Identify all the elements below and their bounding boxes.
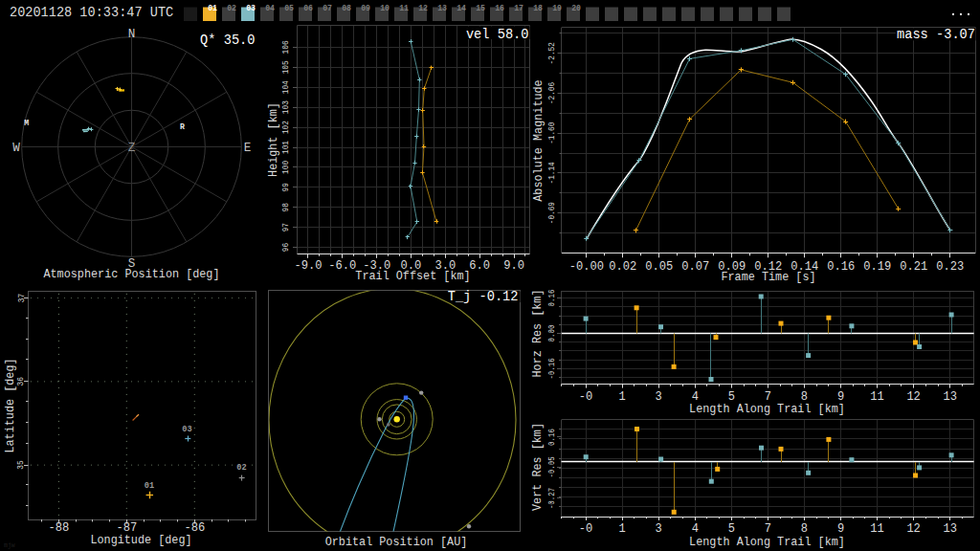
svg-text:mass -3.07: mass -3.07	[897, 27, 975, 42]
svg-text:N: N	[128, 28, 136, 41]
svg-text:-0.05: -0.05	[546, 456, 557, 477]
svg-text:Length Along Trail [km]: Length Along Trail [km]	[689, 535, 845, 549]
svg-text:-88: -88	[49, 521, 70, 535]
svg-text:-0: -0	[579, 390, 593, 404]
svg-text:-2.06: -2.06	[546, 82, 557, 104]
svg-text:1: 1	[619, 390, 626, 404]
svg-text:13: 13	[437, 4, 447, 12]
svg-text:vel 58.0: vel 58.0	[466, 27, 529, 42]
svg-text:12: 12	[906, 390, 921, 404]
svg-text:35: 35	[16, 460, 27, 470]
svg-text:0.23: 0.23	[936, 260, 964, 274]
svg-text:0.07: 0.07	[681, 260, 709, 274]
svg-text:M: M	[24, 119, 29, 127]
svg-text:05: 05	[284, 4, 294, 12]
svg-text:Height [km]: Height [km]	[266, 102, 280, 177]
svg-text:Longitude [deg]: Longitude [deg]	[90, 533, 191, 547]
svg-text:96: 96	[280, 243, 291, 253]
svg-text:E: E	[244, 142, 252, 155]
svg-text:13: 13	[943, 390, 957, 404]
svg-text:-0.16: -0.16	[546, 358, 557, 379]
svg-text:3: 3	[656, 390, 662, 404]
svg-text:Z: Z	[128, 142, 136, 155]
svg-text:97: 97	[280, 223, 291, 231]
svg-text:mjw: mjw	[4, 542, 15, 549]
svg-text:19: 19	[552, 4, 562, 12]
svg-text:104: 104	[280, 80, 291, 94]
svg-text:-0.00: -0.00	[569, 260, 604, 274]
svg-text:17: 17	[514, 4, 523, 12]
svg-text:01: 01	[208, 4, 217, 12]
svg-text:11: 11	[399, 4, 409, 12]
svg-text:-1.14: -1.14	[546, 162, 557, 184]
svg-text:03: 03	[182, 425, 191, 434]
svg-text:0.21: 0.21	[900, 260, 927, 274]
svg-text:11: 11	[870, 522, 884, 536]
svg-text:Orbital Position [AU]: Orbital Position [AU]	[325, 535, 468, 549]
svg-text:03: 03	[246, 4, 256, 12]
svg-text:Frame Time [s]: Frame Time [s]	[721, 270, 815, 284]
svg-text:Trail Offset [km]: Trail Offset [km]	[355, 269, 470, 283]
svg-text:Absolute Magnitude: Absolute Magnitude	[531, 79, 546, 201]
svg-text:10: 10	[380, 4, 390, 12]
svg-text:1: 1	[619, 522, 626, 536]
svg-text:T_j -0.12: T_j -0.12	[448, 289, 519, 304]
svg-text:37: 37	[16, 294, 27, 302]
svg-text:-0.27: -0.27	[546, 488, 557, 509]
svg-text:0.05: 0.05	[645, 260, 673, 274]
svg-text:R: R	[180, 122, 185, 131]
svg-text:02: 02	[227, 4, 236, 12]
svg-text:0.00: 0.00	[546, 324, 557, 342]
svg-text:Latitude [deg]: Latitude [deg]	[3, 358, 17, 452]
svg-text:0.16: 0.16	[546, 429, 557, 446]
svg-text:-6.0: -6.0	[328, 259, 356, 273]
svg-text:106: 106	[280, 40, 291, 54]
svg-text:101: 101	[280, 141, 291, 154]
svg-text:103: 103	[280, 100, 291, 114]
svg-text:01: 01	[145, 481, 154, 491]
svg-text:04: 04	[265, 4, 275, 12]
svg-text:-2.52: -2.52	[546, 42, 557, 64]
svg-text:0.16: 0.16	[546, 289, 557, 306]
svg-text:100: 100	[280, 161, 291, 174]
svg-text:14: 14	[457, 4, 466, 12]
svg-text:0.16: 0.16	[827, 260, 855, 274]
svg-text:16: 16	[495, 4, 504, 12]
svg-text:09: 09	[361, 4, 370, 12]
svg-text:18: 18	[533, 4, 543, 12]
svg-text:W: W	[12, 142, 20, 155]
svg-text:-9.0: -9.0	[294, 259, 322, 273]
svg-text:-1.60: -1.60	[546, 121, 557, 143]
svg-text:9.0: 9.0	[503, 259, 524, 273]
svg-text:06: 06	[303, 4, 313, 12]
svg-text:105: 105	[280, 60, 291, 74]
svg-text:102: 102	[280, 121, 291, 134]
svg-text:20: 20	[571, 4, 581, 12]
svg-text:Vert Res [km]: Vert Res [km]	[530, 423, 545, 511]
svg-text:12: 12	[418, 4, 428, 12]
svg-text:07: 07	[323, 4, 332, 12]
svg-text:3: 3	[656, 522, 662, 536]
svg-text:13: 13	[943, 522, 957, 536]
svg-text:20201128 10:33:47 UTC: 20201128 10:33:47 UTC	[10, 5, 173, 20]
svg-text:Horz Res [km]: Horz Res [km]	[530, 290, 545, 378]
svg-text:0.02: 0.02	[609, 260, 636, 274]
svg-text:-0: -0	[579, 522, 593, 536]
svg-text:98: 98	[280, 203, 291, 212]
svg-text:Length Along Trail [km]: Length Along Trail [km]	[689, 402, 845, 416]
svg-text:Atmospheric Position [deg]: Atmospheric Position [deg]	[43, 267, 219, 281]
svg-text:Q* 35.0: Q* 35.0	[200, 33, 255, 48]
svg-text:36: 36	[16, 377, 27, 386]
svg-text:11: 11	[870, 390, 884, 404]
svg-text:12: 12	[906, 522, 921, 536]
svg-text:6.0: 6.0	[469, 259, 490, 273]
svg-text:15: 15	[476, 4, 485, 12]
svg-text:08: 08	[342, 4, 351, 12]
svg-text:02: 02	[236, 463, 246, 473]
svg-text:0.19: 0.19	[863, 260, 891, 274]
svg-text:-0.69: -0.69	[546, 202, 557, 224]
svg-text:99: 99	[280, 183, 291, 192]
